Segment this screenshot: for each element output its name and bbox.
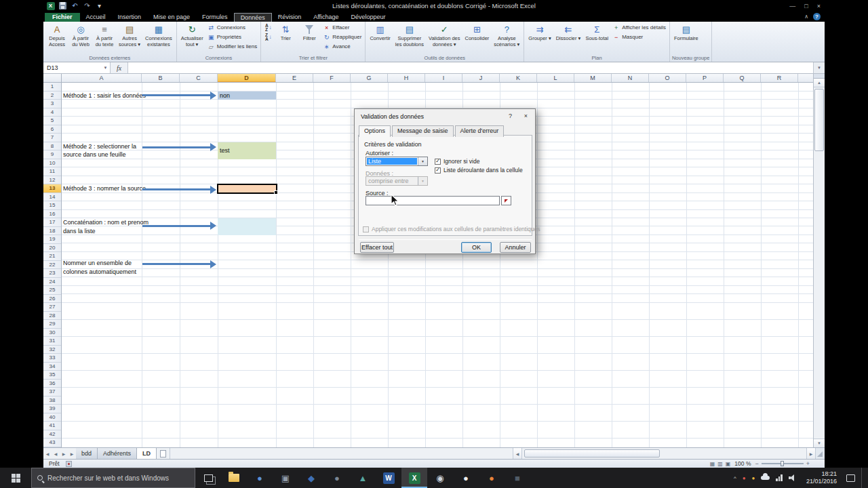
column-header-l[interactable]: L (537, 74, 574, 83)
tray-icon-1[interactable]: ● (743, 475, 746, 481)
row-header-27[interactable]: 27 (43, 303, 61, 312)
search-input[interactable] (47, 474, 189, 482)
column-header-h[interactable]: H (388, 74, 425, 83)
row-header-24[interactable]: 24 (43, 278, 61, 287)
next-sheet-button[interactable]: ▶ (60, 448, 68, 459)
close-button[interactable]: × (817, 3, 821, 9)
ribbon-button-connexions[interactable]: ⇄Connexions (208, 23, 258, 32)
allow-combobox[interactable]: Liste ▼ (366, 157, 428, 166)
ribbon-button-grouper[interactable]: ⇉Grouper ▾ (526, 22, 553, 54)
dialog-tab-message-de-saisie[interactable]: Message de saisie (392, 125, 454, 137)
hscroll-right-button[interactable]: ▶ (806, 448, 816, 459)
column-header-s[interactable]: S (798, 74, 813, 83)
column-header-j[interactable]: J (462, 74, 500, 83)
horizontal-scrollbar-thumb[interactable] (524, 449, 660, 458)
source-input[interactable] (366, 196, 500, 205)
ribbon-button-a-partir-du-web[interactable]: ◎À partirdu Web (69, 22, 92, 54)
row-header-3[interactable]: 3 (43, 100, 61, 108)
formula-input[interactable] (128, 62, 813, 73)
dialog-title[interactable]: Validation des données (361, 113, 424, 120)
excel-logo-icon[interactable]: X (46, 1, 55, 10)
last-sheet-button[interactable]: ▶ (68, 448, 76, 459)
row-header-15[interactable]: 15 (43, 201, 61, 210)
row-header-35[interactable]: 35 (43, 371, 61, 380)
row-header-22[interactable]: 22 (43, 261, 61, 270)
column-header-o[interactable]: O (649, 74, 686, 83)
name-box-dropdown-icon[interactable]: ▼ (101, 66, 110, 70)
ribbon-button-convertir[interactable]: ▥Convertir (368, 22, 392, 54)
onedrive-icon[interactable] (761, 476, 770, 480)
column-header-r[interactable]: R (761, 74, 798, 83)
horizontal-scrollbar[interactable]: ◀▶ (513, 448, 825, 459)
start-button[interactable] (0, 468, 31, 488)
ribbon-button-modifier-les-liens[interactable]: ▱Modifier les liens (208, 42, 258, 51)
row-header-25[interactable]: 25 (43, 286, 61, 295)
dialog-help-button[interactable]: ? (509, 113, 512, 119)
show-desktop-button[interactable] (861, 468, 865, 488)
tray-expand-icon[interactable]: ^ (734, 475, 736, 481)
row-header-2[interactable]: 2 (43, 92, 61, 100)
collapse-ribbon-icon[interactable]: ∧ (804, 14, 808, 20)
ribbon-button-reappliquer[interactable]: ↻Réappliquer (323, 33, 361, 41)
maximize-button[interactable]: □ (804, 3, 808, 9)
row-header-16[interactable]: 16 (43, 210, 61, 219)
row-header-12[interactable]: 12 (43, 176, 61, 185)
row-header-17[interactable]: 17 (43, 218, 61, 227)
row-header-41[interactable]: 41 (43, 422, 61, 430)
scroll-up-button[interactable]: ▲ (814, 79, 825, 87)
qat-menu-icon[interactable]: ▾ (95, 1, 104, 10)
cell-d17[interactable] (218, 218, 276, 235)
app-icon-6[interactable]: ◉ (427, 468, 453, 488)
cell-d13[interactable] (217, 184, 277, 195)
ribbon-button-analyse-scenarios[interactable]: ?Analysescénarios ▾ (492, 22, 521, 54)
row-header-8[interactable]: 8 (43, 142, 61, 151)
ribbon-button-supprimer-les-doublons[interactable]: ▤Supprimerles doublons (393, 22, 426, 54)
app-icon-2[interactable]: ▣ (273, 468, 298, 488)
vertical-scrollbar[interactable]: ▲ ▼ (813, 74, 825, 447)
file-explorer-icon[interactable] (221, 468, 247, 488)
github-icon[interactable]: ● (453, 468, 479, 488)
row-header-40[interactable]: 40 (43, 413, 61, 422)
tab-insertion[interactable]: Insertion (112, 13, 148, 22)
redo-icon[interactable]: ↷ (83, 1, 92, 10)
row-header-29[interactable]: 29 (43, 320, 61, 329)
ribbon-button-sous-total[interactable]: ΣSous-total (583, 22, 610, 54)
sheet-tab-ld[interactable]: LD (137, 448, 157, 459)
clear-all-button[interactable]: Effacer tout (360, 242, 394, 253)
column-header-b[interactable]: B (142, 74, 180, 83)
ribbon-button-actualiser-tout[interactable]: ↻Actualisertout ▾ (179, 22, 205, 54)
tab-formules[interactable]: Formules (196, 13, 234, 22)
row-header-23[interactable]: 23 (43, 269, 61, 278)
sheet-tab-adherents[interactable]: Adhérents (98, 448, 137, 459)
ribbon-button-trier[interactable]: ⇅Trier (274, 22, 297, 54)
scroll-down-button[interactable]: ▼ (814, 439, 825, 447)
ignore-blank-checkbox[interactable]: ✓ Ignorer si vide (435, 158, 479, 165)
ribbon-button-dissocier[interactable]: ⇇Dissocier ▾ (554, 22, 583, 54)
row-header-1[interactable]: 1 (43, 83, 61, 92)
tab-fichier[interactable]: Fichier (45, 13, 80, 22)
dialog-tab-options[interactable]: Options (359, 125, 391, 137)
dialog-close-button[interactable]: × (524, 113, 528, 119)
row-header-26[interactable]: 26 (43, 295, 61, 304)
taskbar-search[interactable] (31, 468, 195, 488)
name-box[interactable]: D13 ▼ (43, 62, 111, 73)
volume-icon[interactable] (789, 474, 797, 481)
normal-view-icon[interactable]: ▦ (710, 461, 715, 467)
column-header-g[interactable]: G (351, 74, 388, 83)
ribbon-button-formulaire[interactable]: ▤Formulaire (672, 22, 701, 54)
help-icon[interactable]: ? (813, 13, 821, 20)
row-header-10[interactable]: 10 (43, 159, 61, 168)
zoom-slider-thumb[interactable] (781, 461, 784, 466)
row-header-11[interactable]: 11 (43, 167, 61, 176)
firefox-icon[interactable]: ● (479, 468, 505, 488)
ribbon-button-effacer[interactable]: ×Effacer (323, 23, 361, 32)
row-header-31[interactable]: 31 (43, 337, 61, 346)
ribbon-button-afficher-les-details[interactable]: +Afficher les détails (612, 23, 666, 32)
ribbon-button-proprietes[interactable]: ▣Propriétés (208, 33, 258, 41)
ribbon-button-validation-des-donnees[interactable]: ✓Validation desdonnées ▾ (427, 22, 462, 54)
formula-bar-expand-icon[interactable]: ▼ (813, 62, 825, 73)
page-break-view-icon[interactable]: ▣ (726, 461, 731, 467)
insert-function-button[interactable]: fx (111, 62, 128, 73)
row-header-32[interactable]: 32 (43, 346, 61, 354)
cancel-button[interactable]: Annuler (500, 242, 531, 253)
